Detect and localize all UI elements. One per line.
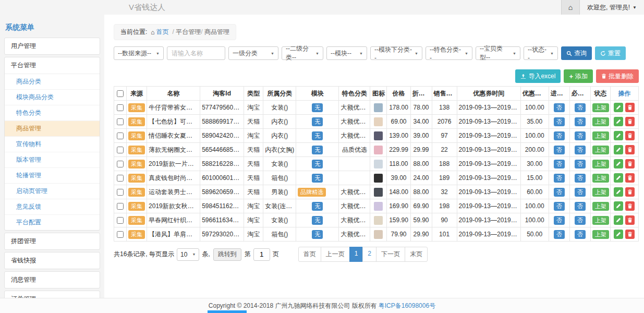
status-toggle[interactable]: 上架 bbox=[592, 174, 609, 183]
edit-button[interactable] bbox=[614, 159, 623, 168]
home-button[interactable]: ⌂ bbox=[561, 0, 580, 15]
row-checkbox[interactable] bbox=[117, 189, 124, 196]
sidebar-group-label[interactable]: 省钱快报 bbox=[5, 252, 100, 269]
delete-button[interactable] bbox=[625, 159, 635, 168]
page-button[interactable]: 2 bbox=[362, 247, 376, 262]
sidebar-item[interactable]: 模块商品分类 bbox=[5, 90, 100, 105]
row-checkbox[interactable] bbox=[117, 231, 124, 238]
row-checkbox[interactable] bbox=[117, 133, 124, 139]
sidebar-item[interactable]: 版本管理 bbox=[5, 152, 100, 168]
search-button[interactable]: 查询 bbox=[561, 46, 592, 60]
breadcrumb-home-link[interactable]: ⌂ 首页 bbox=[151, 28, 168, 37]
import-select-toggle[interactable]: 否 bbox=[554, 103, 565, 112]
sidebar-group-label[interactable]: 用户管理 bbox=[5, 38, 100, 54]
filter-select[interactable]: --数据来源--▼ bbox=[114, 46, 164, 60]
must-buy-toggle[interactable]: 否 bbox=[575, 146, 586, 154]
must-buy-toggle[interactable]: 否 bbox=[575, 188, 586, 197]
filter-select[interactable]: --特色分类--▼ bbox=[426, 46, 472, 60]
page-button[interactable]: 下一页 bbox=[376, 247, 405, 262]
delete-button[interactable] bbox=[625, 117, 635, 126]
must-buy-toggle[interactable]: 否 bbox=[575, 131, 586, 140]
delete-button[interactable] bbox=[625, 173, 635, 183]
page-size-select[interactable]: 10 ▼ bbox=[177, 248, 199, 261]
row-checkbox[interactable] bbox=[117, 147, 124, 153]
sidebar-item[interactable]: 轮播管理 bbox=[5, 168, 100, 184]
horizontal-scrollbar-thumb[interactable] bbox=[208, 310, 247, 313]
must-buy-toggle[interactable]: 否 bbox=[575, 117, 586, 126]
row-checkbox[interactable] bbox=[117, 118, 124, 125]
sidebar-item[interactable]: 启动页管理 bbox=[5, 184, 100, 199]
import-select-toggle[interactable]: 否 bbox=[554, 188, 565, 197]
row-checkbox[interactable] bbox=[117, 104, 124, 111]
delete-button[interactable] bbox=[625, 215, 635, 225]
filter-select[interactable]: 一级分类▼ bbox=[228, 46, 278, 60]
sidebar-item[interactable]: 商品分类 bbox=[5, 74, 100, 90]
page-button[interactable]: 1 bbox=[349, 247, 363, 262]
edit-button[interactable] bbox=[614, 117, 623, 126]
select-all-checkbox[interactable] bbox=[117, 90, 124, 97]
delete-button[interactable] bbox=[625, 131, 635, 140]
status-toggle[interactable]: 上架 bbox=[592, 103, 609, 112]
import-select-toggle[interactable]: 否 bbox=[554, 160, 565, 168]
must-buy-toggle[interactable]: 否 bbox=[575, 160, 586, 168]
edit-button[interactable] bbox=[614, 201, 623, 211]
must-buy-toggle[interactable]: 否 bbox=[575, 202, 586, 211]
status-toggle[interactable]: 上架 bbox=[592, 188, 609, 197]
edit-button[interactable] bbox=[614, 230, 623, 239]
filter-name-input[interactable] bbox=[167, 46, 225, 60]
edit-button[interactable] bbox=[614, 145, 623, 154]
status-toggle[interactable]: 上架 bbox=[592, 146, 609, 154]
import-excel-button[interactable]: 导入excel bbox=[515, 69, 561, 83]
jump-page-input[interactable] bbox=[253, 248, 270, 261]
filter-select[interactable]: --状态--▼ bbox=[524, 46, 558, 60]
batch-delete-button[interactable]: 批量删除 bbox=[596, 69, 639, 83]
row-checkbox[interactable] bbox=[117, 161, 124, 167]
status-toggle[interactable]: 上架 bbox=[592, 202, 609, 211]
sidebar-group-label[interactable]: 平台管理 bbox=[5, 57, 100, 74]
sidebar-item[interactable]: 特色分类 bbox=[5, 105, 100, 121]
edit-button[interactable] bbox=[614, 215, 623, 225]
sidebar-item[interactable]: 意见反馈 bbox=[5, 199, 100, 215]
filter-select[interactable]: --宝贝类型--▼ bbox=[476, 46, 520, 60]
page-button[interactable]: 上一页 bbox=[321, 247, 350, 262]
delete-button[interactable] bbox=[625, 230, 635, 239]
reset-button[interactable]: 重置 bbox=[595, 46, 626, 60]
sidebar-group-label[interactable]: 消息管理 bbox=[5, 272, 100, 288]
edit-button[interactable] bbox=[614, 131, 623, 140]
must-buy-toggle[interactable]: 否 bbox=[575, 174, 586, 183]
jump-button[interactable]: 跳转到 bbox=[213, 248, 241, 261]
delete-button[interactable] bbox=[625, 103, 635, 112]
row-checkbox[interactable] bbox=[117, 203, 124, 210]
row-checkbox[interactable] bbox=[117, 217, 124, 224]
status-toggle[interactable]: 上架 bbox=[592, 160, 609, 168]
sidebar-group-label[interactable]: 拼团管理 bbox=[5, 233, 100, 249]
sidebar-item[interactable]: 平台配置 bbox=[5, 215, 100, 230]
status-toggle[interactable]: 上架 bbox=[592, 230, 609, 239]
must-buy-toggle[interactable]: 否 bbox=[575, 230, 586, 239]
delete-button[interactable] bbox=[625, 145, 635, 154]
status-toggle[interactable]: 上架 bbox=[592, 216, 609, 225]
import-select-toggle[interactable]: 否 bbox=[554, 117, 565, 126]
delete-button[interactable] bbox=[625, 201, 635, 211]
edit-button[interactable] bbox=[614, 103, 623, 112]
status-toggle[interactable]: 上架 bbox=[592, 131, 609, 140]
status-toggle[interactable]: 上架 bbox=[592, 117, 609, 126]
import-select-toggle[interactable]: 否 bbox=[554, 230, 565, 239]
sidebar-item[interactable]: 宣传物料 bbox=[5, 137, 100, 152]
row-checkbox[interactable] bbox=[117, 175, 124, 182]
must-buy-toggle[interactable]: 否 bbox=[575, 216, 586, 225]
edit-button[interactable] bbox=[614, 187, 623, 197]
page-button[interactable]: 末页 bbox=[405, 247, 428, 262]
filter-select[interactable]: --模块--▼ bbox=[326, 46, 367, 60]
delete-button[interactable] bbox=[625, 187, 635, 197]
add-button[interactable]: + 添加 bbox=[564, 69, 593, 83]
user-menu[interactable]: 欢迎您, 管理员! ▼ bbox=[580, 0, 644, 15]
import-select-toggle[interactable]: 否 bbox=[554, 146, 565, 154]
icp-link[interactable]: 粤ICP备16098006号 bbox=[379, 302, 435, 310]
filter-select[interactable]: --二级分类--▼ bbox=[282, 46, 323, 60]
import-select-toggle[interactable]: 否 bbox=[554, 202, 565, 211]
sidebar-item[interactable]: 商品管理 bbox=[5, 121, 100, 137]
must-buy-toggle[interactable]: 否 bbox=[575, 103, 586, 112]
import-select-toggle[interactable]: 否 bbox=[554, 131, 565, 140]
page-button[interactable]: 首页 bbox=[298, 247, 321, 262]
